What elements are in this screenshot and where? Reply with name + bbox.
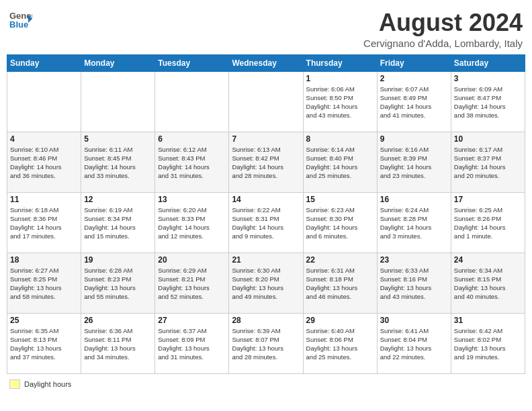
day-info: Sunrise: 6:17 AM Sunset: 8:37 PM Dayligh… [454,145,522,181]
day-info: Sunrise: 6:14 AM Sunset: 8:40 PM Dayligh… [306,145,374,181]
calendar-header-sunday: Sunday [7,54,81,71]
legend-daylight-box [9,379,20,389]
location-title: Cervignano d'Adda, Lombardy, Italy [363,38,523,49]
day-number: 29 [306,316,374,325]
day-number: 27 [158,316,226,325]
day-info: Sunrise: 6:25 AM Sunset: 8:26 PM Dayligh… [454,205,522,241]
calendar-cell: 10Sunrise: 6:17 AM Sunset: 8:37 PM Dayli… [451,132,525,192]
day-info: Sunrise: 6:18 AM Sunset: 8:36 PM Dayligh… [10,205,78,241]
calendar-table: SundayMondayTuesdayWednesdayThursdayFrid… [7,54,525,374]
day-number: 2 [380,74,448,83]
day-info: Sunrise: 6:34 AM Sunset: 8:15 PM Dayligh… [454,266,522,302]
day-info: Sunrise: 6:30 AM Sunset: 8:20 PM Dayligh… [232,266,300,302]
logo: General Blue [9,9,32,30]
day-info: Sunrise: 6:24 AM Sunset: 8:28 PM Dayligh… [380,205,448,241]
day-info: Sunrise: 6:40 AM Sunset: 8:06 PM Dayligh… [306,326,374,362]
title-block: August 2024 Cervignano d'Adda, Lombardy,… [363,9,523,49]
calendar-cell [155,71,229,132]
calendar-header-monday: Monday [81,54,155,71]
day-info: Sunrise: 6:06 AM Sunset: 8:50 PM Dayligh… [306,85,374,120]
calendar-cell: 22Sunrise: 6:31 AM Sunset: 8:18 PM Dayli… [303,253,377,313]
day-info: Sunrise: 6:10 AM Sunset: 8:46 PM Dayligh… [10,145,78,181]
legend-daylight-label: Daylight hours [24,380,71,388]
day-info: Sunrise: 6:28 AM Sunset: 8:23 PM Dayligh… [84,266,152,302]
day-number: 11 [10,195,78,204]
day-number: 25 [10,316,78,325]
day-number: 16 [380,195,448,204]
day-number: 1 [306,74,374,83]
calendar-cell: 20Sunrise: 6:29 AM Sunset: 8:21 PM Dayli… [155,253,229,313]
calendar-header-saturday: Saturday [451,54,525,71]
calendar-cell: 5Sunrise: 6:11 AM Sunset: 8:45 PM Daylig… [81,132,155,192]
calendar-cell: 18Sunrise: 6:27 AM Sunset: 8:25 PM Dayli… [7,253,81,313]
day-number: 17 [454,195,522,204]
day-info: Sunrise: 6:41 AM Sunset: 8:04 PM Dayligh… [380,326,448,362]
calendar-cell: 21Sunrise: 6:30 AM Sunset: 8:20 PM Dayli… [229,253,303,313]
calendar-cell: 30Sunrise: 6:41 AM Sunset: 8:04 PM Dayli… [377,313,451,373]
calendar-header-friday: Friday [377,54,451,71]
calendar-cell: 16Sunrise: 6:24 AM Sunset: 8:28 PM Dayli… [377,192,451,253]
calendar-cell [7,71,81,132]
day-info: Sunrise: 6:42 AM Sunset: 8:02 PM Dayligh… [454,326,522,362]
calendar-cell: 19Sunrise: 6:28 AM Sunset: 8:23 PM Dayli… [81,253,155,313]
day-info: Sunrise: 6:07 AM Sunset: 8:49 PM Dayligh… [380,85,448,120]
day-number: 28 [232,316,300,325]
day-number: 9 [380,134,448,144]
day-info: Sunrise: 6:31 AM Sunset: 8:18 PM Dayligh… [306,266,374,302]
day-number: 23 [380,255,448,265]
calendar-cell: 12Sunrise: 6:19 AM Sunset: 8:34 PM Dayli… [81,192,155,253]
calendar-cell: 25Sunrise: 6:35 AM Sunset: 8:13 PM Dayli… [7,313,81,373]
day-number: 3 [454,74,522,83]
calendar-cell: 11Sunrise: 6:18 AM Sunset: 8:36 PM Dayli… [7,192,81,253]
calendar-cell: 8Sunrise: 6:14 AM Sunset: 8:40 PM Daylig… [303,132,377,192]
day-info: Sunrise: 6:19 AM Sunset: 8:34 PM Dayligh… [84,205,152,241]
svg-text:Blue: Blue [9,19,28,30]
calendar-cell: 2Sunrise: 6:07 AM Sunset: 8:49 PM Daylig… [377,71,451,132]
logo-icon: General Blue [9,9,32,30]
month-title: August 2024 [363,9,523,36]
calendar-cell [229,71,303,132]
day-number: 10 [454,134,522,144]
day-info: Sunrise: 6:33 AM Sunset: 8:16 PM Dayligh… [380,266,448,302]
day-info: Sunrise: 6:29 AM Sunset: 8:21 PM Dayligh… [158,266,226,302]
calendar-cell: 3Sunrise: 6:09 AM Sunset: 8:47 PM Daylig… [451,71,525,132]
day-number: 31 [454,316,522,325]
calendar-cell: 13Sunrise: 6:20 AM Sunset: 8:33 PM Dayli… [155,192,229,253]
calendar-cell: 4Sunrise: 6:10 AM Sunset: 8:46 PM Daylig… [7,132,81,192]
day-number: 26 [84,316,152,325]
calendar-cell: 31Sunrise: 6:42 AM Sunset: 8:02 PM Dayli… [451,313,525,373]
calendar-header-wednesday: Wednesday [229,54,303,71]
day-number: 24 [454,255,522,265]
day-number: 18 [10,255,78,265]
calendar-cell: 26Sunrise: 6:36 AM Sunset: 8:11 PM Dayli… [81,313,155,373]
day-info: Sunrise: 6:27 AM Sunset: 8:25 PM Dayligh… [10,266,78,302]
day-info: Sunrise: 6:22 AM Sunset: 8:31 PM Dayligh… [232,205,300,241]
day-number: 13 [158,195,226,204]
day-number: 14 [232,195,300,204]
day-info: Sunrise: 6:11 AM Sunset: 8:45 PM Dayligh… [84,145,152,181]
calendar-cell: 9Sunrise: 6:16 AM Sunset: 8:39 PM Daylig… [377,132,451,192]
calendar-cell: 14Sunrise: 6:22 AM Sunset: 8:31 PM Dayli… [229,192,303,253]
calendar-cell: 7Sunrise: 6:13 AM Sunset: 8:42 PM Daylig… [229,132,303,192]
day-number: 8 [306,134,374,144]
calendar-cell: 27Sunrise: 6:37 AM Sunset: 8:09 PM Dayli… [155,313,229,373]
calendar-cell: 23Sunrise: 6:33 AM Sunset: 8:16 PM Dayli… [377,253,451,313]
page-header: General Blue August 2024 Cervignano d'Ad… [7,7,525,49]
day-info: Sunrise: 6:36 AM Sunset: 8:11 PM Dayligh… [84,326,152,362]
day-number: 21 [232,255,300,265]
day-info: Sunrise: 6:39 AM Sunset: 8:07 PM Dayligh… [232,326,300,362]
day-info: Sunrise: 6:20 AM Sunset: 8:33 PM Dayligh… [158,205,226,241]
day-info: Sunrise: 6:13 AM Sunset: 8:42 PM Dayligh… [232,145,300,181]
day-number: 15 [306,195,374,204]
day-info: Sunrise: 6:09 AM Sunset: 8:47 PM Dayligh… [454,85,522,120]
calendar-cell: 15Sunrise: 6:23 AM Sunset: 8:30 PM Dayli… [303,192,377,253]
legend: Daylight hours [7,379,525,389]
calendar-cell [81,71,155,132]
calendar-cell: 24Sunrise: 6:34 AM Sunset: 8:15 PM Dayli… [451,253,525,313]
calendar-header-thursday: Thursday [303,54,377,71]
day-number: 5 [84,134,152,144]
calendar-cell: 1Sunrise: 6:06 AM Sunset: 8:50 PM Daylig… [303,71,377,132]
day-number: 6 [158,134,226,144]
day-number: 19 [84,255,152,265]
day-number: 12 [84,195,152,204]
